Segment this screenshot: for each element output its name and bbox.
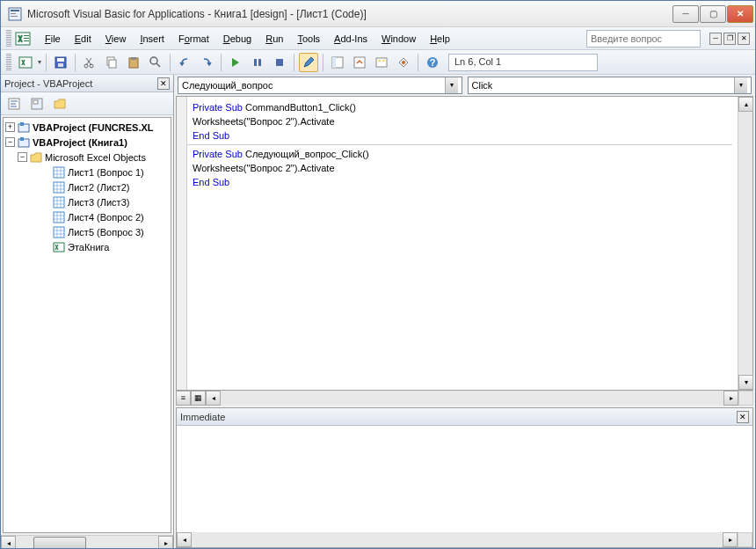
- view-excel-button[interactable]: [16, 53, 35, 72]
- svg-rect-23: [332, 57, 336, 68]
- svg-rect-19: [254, 59, 257, 66]
- tree-node-funcres[interactable]: + VBAProject (FUNCRES.XL: [5, 120, 169, 135]
- menu-window[interactable]: Window: [374, 31, 423, 47]
- scroll-up-button[interactable]: ▴: [738, 97, 753, 112]
- window-controls: ─ ▢ ✕: [672, 5, 753, 23]
- scroll-down-button[interactable]: ▾: [738, 375, 753, 390]
- menu-grip[interactable]: [6, 30, 11, 48]
- find-button[interactable]: [146, 53, 165, 72]
- collapse-icon[interactable]: −: [5, 137, 15, 147]
- object-dropdown-value: Следующий_вопрос: [182, 80, 445, 91]
- object-browser-button[interactable]: [372, 53, 391, 72]
- menu-addins[interactable]: Add-Ins: [327, 31, 374, 47]
- dropdown-arrow-icon[interactable]: ▾: [38, 58, 41, 66]
- project-hscrollbar[interactable]: ◂ ▸: [1, 535, 173, 549]
- paste-button[interactable]: [124, 53, 143, 72]
- menu-tools[interactable]: Tools: [290, 31, 327, 47]
- immediate-close[interactable]: ✕: [737, 411, 749, 423]
- procedure-dropdown[interactable]: Click ▾: [468, 77, 752, 94]
- expand-icon[interactable]: +: [5, 122, 15, 132]
- svg-rect-27: [382, 60, 385, 62]
- worksheet-icon: [53, 211, 65, 223]
- undo-button[interactable]: [175, 53, 194, 72]
- code-editor[interactable]: Private Sub CommandButton1_Click()Worksh…: [176, 96, 753, 391]
- break-button[interactable]: [248, 53, 267, 72]
- project-tree[interactable]: + VBAProject (FUNCRES.XL − VBAProject (К…: [3, 117, 171, 533]
- scroll-thumb[interactable]: [33, 537, 86, 550]
- view-object-button[interactable]: [27, 94, 47, 113]
- run-button[interactable]: [226, 53, 245, 72]
- svg-rect-20: [258, 59, 261, 66]
- cut-button[interactable]: [80, 53, 99, 72]
- design-mode-button[interactable]: [299, 53, 318, 72]
- scroll-left-button[interactable]: ◂: [177, 532, 192, 547]
- help-search-input[interactable]: [586, 30, 701, 48]
- maximize-button[interactable]: ▢: [700, 5, 726, 23]
- menu-debug[interactable]: Debug: [216, 31, 258, 47]
- project-pane-close[interactable]: ✕: [157, 77, 170, 90]
- redo-button[interactable]: [197, 53, 216, 72]
- immediate-title: Immediate: [180, 412, 737, 422]
- code-pane: Следующий_вопрос ▾ Click ▾ Private Sub C…: [174, 75, 755, 549]
- menu-help[interactable]: Help: [423, 31, 457, 47]
- project-explorer-button[interactable]: [328, 53, 347, 72]
- object-dropdown[interactable]: Следующий_вопрос ▾: [178, 77, 462, 94]
- menu-view[interactable]: View: [98, 31, 134, 47]
- properties-button[interactable]: [350, 53, 369, 72]
- tree-node-sheet5[interactable]: Лист5 (Вопрос 3): [5, 224, 169, 239]
- tree-node-thisbook[interactable]: ЭтаКнига: [5, 239, 169, 254]
- app-window: Microsoft Visual Basic for Applications …: [0, 0, 756, 549]
- code-hscrollbar[interactable]: ◂ ▸: [206, 391, 738, 406]
- tree-node-sheet2[interactable]: Лист2 (Лист2): [5, 179, 169, 194]
- toolbar: ▾ ? Ln 6, Col 1: [1, 50, 755, 75]
- reset-button[interactable]: [270, 53, 289, 72]
- scroll-right-button[interactable]: ▸: [158, 536, 173, 550]
- svg-rect-1: [11, 10, 19, 11]
- svg-rect-41: [54, 212, 64, 223]
- menu-file[interactable]: File: [38, 31, 68, 47]
- tree-node-excel-objects[interactable]: − Microsoft Excel Objects: [5, 150, 169, 165]
- save-button[interactable]: [51, 53, 70, 72]
- code-dropdowns: Следующий_вопрос ▾ Click ▾: [174, 75, 755, 96]
- view-code-button[interactable]: [4, 94, 24, 113]
- project-pane-header: Project - VBAProject ✕: [1, 75, 173, 92]
- help-button[interactable]: ?: [423, 53, 442, 72]
- scroll-right-button[interactable]: ▸: [723, 391, 738, 406]
- titlebar[interactable]: Microsoft Visual Basic for Applications …: [1, 1, 755, 27]
- mdi-restore[interactable]: ❐: [723, 33, 736, 45]
- code-text[interactable]: Private Sub CommandButton1_Click()Worksh…: [187, 97, 738, 390]
- full-module-view-button[interactable]: ▦: [191, 391, 206, 406]
- menu-edit[interactable]: Edit: [68, 31, 98, 47]
- immediate-input[interactable]: [177, 426, 752, 532]
- tree-node-sheet1[interactable]: Лист1 (Вопрос 1): [5, 165, 169, 179]
- toggle-folders-button[interactable]: [50, 94, 69, 113]
- content-area: Project - VBAProject ✕ + VBAProject (FUN…: [1, 75, 755, 549]
- copy-button[interactable]: [102, 53, 121, 72]
- excel-icon[interactable]: [15, 31, 31, 47]
- tree-label: ЭтаКнига: [68, 242, 109, 253]
- code-bottom-bar: ≡ ▦ ◂ ▸: [176, 391, 753, 406]
- project-toolbar: [1, 92, 173, 115]
- collapse-icon[interactable]: −: [18, 152, 27, 162]
- menu-run[interactable]: Run: [258, 31, 290, 47]
- project-pane-title: Project - VBAProject: [4, 78, 157, 89]
- toolbox-button[interactable]: [394, 53, 413, 72]
- tree-node-sheet3[interactable]: Лист3 (Лист3): [5, 194, 169, 209]
- mdi-close[interactable]: ✕: [738, 33, 750, 45]
- tree-node-sheet4[interactable]: Лист4 (Вопрос 2): [5, 209, 169, 224]
- toolbar-grip[interactable]: [6, 54, 11, 71]
- scroll-right-button[interactable]: ▸: [723, 532, 738, 547]
- minimize-button[interactable]: ─: [672, 5, 699, 23]
- svg-point-28: [402, 61, 405, 64]
- menu-format[interactable]: Format: [171, 31, 216, 47]
- menu-insert[interactable]: Insert: [133, 31, 171, 47]
- procedure-view-button[interactable]: ≡: [176, 391, 191, 406]
- tree-node-book[interactable]: − VBAProject (Книга1): [5, 135, 169, 150]
- close-button[interactable]: ✕: [727, 5, 753, 23]
- svg-rect-24: [354, 57, 365, 68]
- scroll-left-button[interactable]: ◂: [1, 536, 16, 550]
- mdi-minimize[interactable]: ─: [709, 33, 722, 45]
- svg-rect-26: [378, 60, 381, 62]
- scroll-left-button[interactable]: ◂: [206, 391, 221, 406]
- code-vscrollbar[interactable]: ▴ ▾: [738, 97, 752, 390]
